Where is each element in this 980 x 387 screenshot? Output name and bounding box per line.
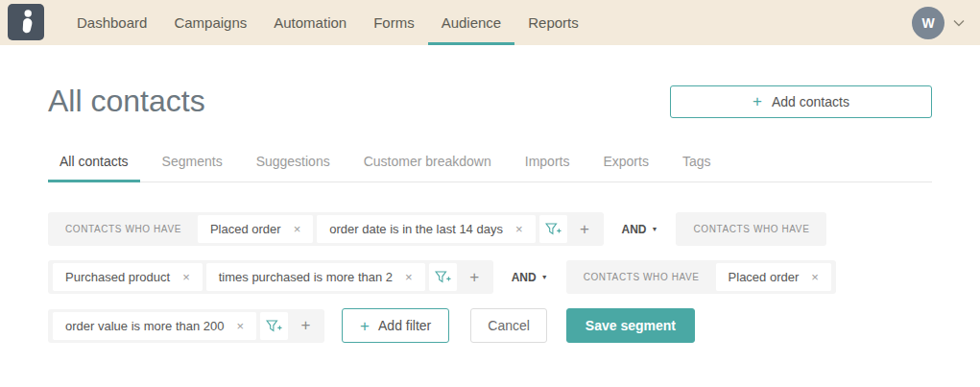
nav-forms[interactable]: Forms	[360, 0, 428, 45]
filter-chip-purchased-product[interactable]: Purchased product ×	[53, 263, 203, 291]
chip-label: Placed order	[210, 222, 281, 236]
chip-label: Purchased product	[65, 270, 170, 284]
main-nav: Dashboard Campaigns Automation Forms Aud…	[63, 0, 592, 45]
filter-chip-placed-order[interactable]: Placed order ×	[716, 263, 831, 291]
add-chip-button[interactable]: +	[293, 312, 319, 340]
chip-label: Placed order	[729, 270, 800, 284]
brand-logo-icon	[15, 9, 36, 36]
tab-customer-breakdown[interactable]: Customer breakdown	[352, 154, 503, 182]
tab-tags[interactable]: Tags	[671, 154, 723, 182]
cancel-button[interactable]: Cancel	[470, 308, 547, 343]
close-icon[interactable]: ×	[236, 319, 244, 333]
group-label: CONTACTS WHO HAVE	[51, 224, 196, 234]
filter-group: CONTACTS WHO HAVE Placed order ×	[566, 260, 836, 294]
filter-group: order value is more than 200 × +	[48, 309, 324, 343]
funnel-plus-icon	[266, 320, 282, 332]
caret-down-icon: ▼	[541, 274, 548, 280]
brand-logo[interactable]	[8, 4, 44, 40]
chip-label: times purchased is more than 2	[219, 270, 393, 284]
tab-segments[interactable]: Segments	[151, 154, 234, 182]
filter-row-1: CONTACTS WHO HAVE Placed order × order d…	[48, 212, 932, 246]
add-chip-button[interactable]: +	[572, 215, 598, 243]
user-menu[interactable]: W	[912, 0, 965, 45]
plus-icon: +	[360, 318, 370, 334]
add-filter-label: Add filter	[378, 318, 431, 333]
add-condition-filter-button[interactable]	[260, 312, 288, 340]
chevron-down-icon[interactable]	[953, 19, 965, 27]
tab-imports[interactable]: Imports	[514, 154, 582, 182]
close-icon[interactable]: ×	[405, 270, 413, 284]
tab-suggestions[interactable]: Suggestions	[245, 154, 342, 182]
and-operator-dropdown[interactable]: AND ▼	[512, 271, 548, 284]
filter-group: Purchased product × times purchased is m…	[48, 260, 493, 294]
nav-audience[interactable]: Audience	[428, 0, 515, 45]
tab-all-contacts[interactable]: All contacts	[48, 154, 140, 182]
filter-group: CONTACTS WHO HAVE Placed order × order d…	[48, 212, 604, 246]
nav-campaigns[interactable]: Campaigns	[160, 0, 260, 45]
filter-chip-times-purchased[interactable]: times purchased is more than 2 ×	[206, 263, 425, 291]
add-contacts-label: Add contacts	[772, 94, 849, 109]
close-icon[interactable]: ×	[515, 222, 523, 236]
filter-chip-order-date[interactable]: order date is in the last 14 days ×	[317, 215, 535, 243]
segment-filter-builder: CONTACTS WHO HAVE Placed order × order d…	[0, 212, 980, 343]
add-chip-button[interactable]: +	[462, 263, 488, 291]
caret-down-icon: ▼	[652, 226, 658, 232]
add-condition-filter-button[interactable]	[429, 263, 457, 291]
chip-label: order date is in the last 14 days	[329, 222, 503, 236]
filter-row-2: Purchased product × times purchased is m…	[48, 260, 932, 294]
funnel-plus-icon	[435, 271, 451, 283]
and-label: AND	[512, 271, 537, 284]
save-segment-button[interactable]: Save segment	[566, 308, 695, 343]
funnel-plus-icon	[545, 223, 562, 235]
add-contacts-button[interactable]: + Add contacts	[670, 85, 932, 118]
group-label: CONTACTS WHO HAVE	[679, 224, 824, 234]
nav-dashboard[interactable]: Dashboard	[63, 0, 160, 45]
page-title: All contacts	[48, 84, 205, 119]
avatar[interactable]: W	[912, 7, 944, 39]
and-operator-dropdown[interactable]: AND ▼	[622, 223, 658, 236]
filter-chip-order-value[interactable]: order value is more than 200 ×	[53, 312, 256, 340]
contacts-tabs: All contacts Segments Suggestions Custom…	[48, 154, 932, 182]
nav-automation[interactable]: Automation	[260, 0, 360, 45]
group-label: CONTACTS WHO HAVE	[569, 272, 714, 282]
close-icon[interactable]: ×	[811, 270, 819, 284]
filter-row-3: order value is more than 200 × + + Add f…	[48, 308, 932, 343]
and-label: AND	[622, 223, 647, 236]
add-condition-filter-button[interactable]	[539, 215, 567, 243]
filter-group: CONTACTS WHO HAVE	[676, 212, 826, 246]
nav-reports[interactable]: Reports	[514, 0, 592, 45]
filter-chip-placed-order[interactable]: Placed order ×	[198, 215, 313, 243]
chip-label: order value is more than 200	[65, 319, 224, 333]
top-navigation-bar: Dashboard Campaigns Automation Forms Aud…	[0, 0, 980, 45]
page-header: All contacts + Add contacts	[0, 84, 980, 119]
close-icon[interactable]: ×	[182, 270, 190, 284]
add-filter-button[interactable]: + Add filter	[342, 308, 449, 343]
close-icon[interactable]: ×	[294, 222, 301, 236]
tab-exports[interactable]: Exports	[591, 154, 659, 182]
plus-icon: +	[753, 93, 762, 109]
